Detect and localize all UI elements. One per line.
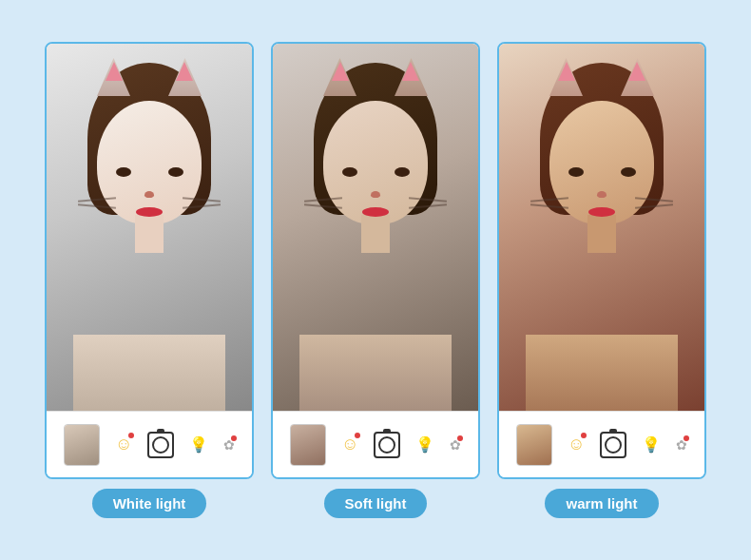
soft-light-camera-btn[interactable] — [374, 432, 400, 458]
camera-icon — [374, 432, 400, 458]
warm-light-label[interactable]: warm light — [545, 489, 658, 518]
bulb-icon: 💡 — [189, 435, 208, 454]
camera-icon — [600, 432, 626, 458]
white-light-label[interactable]: White light — [92, 489, 207, 518]
warm-light-card: ☺ 💡 ✿ warm light — [497, 42, 706, 518]
bulb-icon: 💡 — [642, 435, 661, 454]
warm-light-camera-btn[interactable] — [600, 432, 626, 458]
white-light-frame: ☺ 💡 ✿ — [45, 42, 254, 479]
flower-dot — [457, 435, 463, 441]
warm-light-flower-btn[interactable]: ✿ — [676, 437, 687, 453]
main-container: ☺ 💡 ✿ White light — [26, 23, 725, 537]
soft-light-photo — [273, 44, 478, 411]
white-light-smiley-btn[interactable]: ☺ — [115, 434, 132, 454]
smiley-dot — [128, 433, 134, 438]
white-light-card: ☺ 💡 ✿ White light — [45, 42, 254, 518]
white-light-photo — [47, 44, 252, 411]
flower-dot — [231, 435, 237, 441]
white-light-flower-btn[interactable]: ✿ — [223, 437, 235, 453]
white-light-thumb[interactable] — [64, 424, 100, 466]
flower-dot — [684, 435, 689, 441]
white-light-bulb-btn[interactable]: 💡 — [189, 435, 208, 454]
soft-light-bulb-btn[interactable]: 💡 — [415, 435, 434, 454]
soft-light-label[interactable]: Soft light — [324, 489, 428, 518]
warm-light-photo — [499, 44, 704, 411]
smiley-dot — [581, 433, 587, 438]
soft-light-bottom-bar: ☺ 💡 ✿ — [273, 411, 478, 477]
soft-light-thumb[interactable] — [290, 424, 326, 466]
soft-light-flower-btn[interactable]: ✿ — [450, 437, 461, 453]
warm-light-bulb-btn[interactable]: 💡 — [642, 435, 661, 454]
soft-light-frame: ☺ 💡 ✿ — [271, 42, 480, 479]
camera-icon — [147, 432, 174, 458]
bulb-icon: 💡 — [415, 435, 434, 454]
warm-light-frame: ☺ 💡 ✿ — [497, 42, 706, 479]
warm-light-bottom-bar: ☺ 💡 ✿ — [499, 411, 704, 477]
soft-light-smiley-btn[interactable]: ☺ — [341, 434, 358, 454]
soft-light-card: ☺ 💡 ✿ Soft light — [271, 42, 480, 518]
white-light-bottom-bar: ☺ 💡 ✿ — [47, 411, 252, 477]
warm-light-smiley-btn[interactable]: ☺ — [568, 434, 585, 454]
white-light-camera-btn[interactable] — [147, 432, 174, 458]
smiley-dot — [355, 433, 360, 438]
warm-light-thumb[interactable] — [516, 424, 552, 466]
